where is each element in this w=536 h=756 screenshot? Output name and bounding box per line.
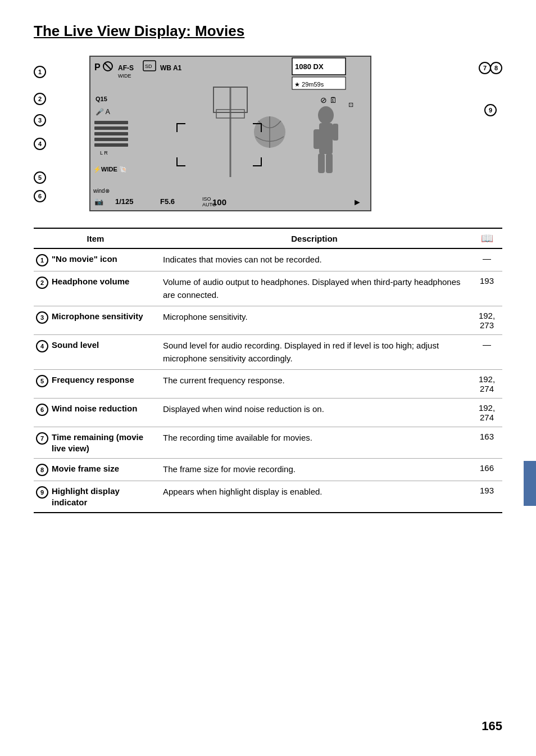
- svg-text:⊘ 🗓: ⊘ 🗓: [320, 96, 337, 105]
- svg-text:Q15: Q15: [96, 96, 107, 102]
- item-label: Wind noise reduction: [52, 403, 137, 414]
- callout-num-3: 3: [36, 311, 48, 324]
- ref-cell: 192,273: [471, 306, 502, 335]
- svg-text:WIDE: WIDE: [118, 73, 131, 79]
- svg-text:AF-S: AF-S: [118, 64, 134, 72]
- description-cell: Indicates that movies can not be recorde…: [157, 248, 471, 271]
- callout-6: 6: [34, 190, 46, 202]
- item-label: Movie frame size: [52, 463, 119, 474]
- camera-viewfinder: P AF-S WIDE SD WB A1 1080 DX ★ 29m59s ⊘ …: [73, 53, 388, 216]
- item-label: Time remaining (movie live view): [52, 432, 155, 454]
- item-cell: 5Frequency response: [34, 370, 157, 399]
- callout-5: 5: [34, 171, 46, 184]
- table-row: 5Frequency responseThe current frequency…: [34, 370, 502, 399]
- item-label: Frequency response: [52, 374, 134, 386]
- description-cell: The current frequency response.: [157, 370, 471, 399]
- svg-text:P: P: [94, 62, 101, 72]
- item-label: Headphone volume: [52, 276, 129, 287]
- table-row: 2Headphone volumeVolume of audio output …: [34, 271, 502, 306]
- svg-text:1080 DX: 1080 DX: [295, 62, 324, 71]
- header-description: Description: [157, 228, 471, 248]
- table-row: 7Time remaining (movie live view)The rec…: [34, 427, 502, 459]
- svg-rect-33: [318, 153, 325, 173]
- svg-point-29: [318, 106, 334, 124]
- svg-text:★ 29m59s: ★ 29m59s: [294, 81, 324, 88]
- callout-7: 7: [479, 62, 491, 74]
- ref-cell: 166: [471, 459, 502, 481]
- item-cell: 7Time remaining (movie live view): [34, 427, 157, 459]
- callout-9: 9: [484, 104, 497, 116]
- svg-text:ISO: ISO: [202, 196, 211, 202]
- header-item: Item: [34, 228, 157, 248]
- viewfinder-svg: P AF-S WIDE SD WB A1 1080 DX ★ 29m59s ⊘ …: [73, 53, 388, 216]
- svg-text:WB A1: WB A1: [160, 64, 182, 72]
- svg-rect-19: [94, 138, 128, 141]
- ref-cell: 192,274: [471, 399, 502, 427]
- svg-rect-20: [94, 143, 128, 147]
- svg-rect-32: [333, 124, 338, 141]
- reference-table: Item Description 📖 1"No movie" iconIndic…: [34, 228, 502, 513]
- item-cell: 2Headphone volume: [34, 271, 157, 306]
- description-cell: Sound level for audio recording. Display…: [157, 335, 471, 370]
- svg-text:📷: 📷: [94, 197, 104, 206]
- ref-cell: 193: [471, 481, 502, 513]
- svg-rect-16: [94, 121, 128, 124]
- callout-num-7: 7: [36, 432, 48, 445]
- callout-num-1: 1: [36, 254, 48, 266]
- ref-cell: —: [471, 335, 502, 370]
- callout-8: 8: [490, 62, 502, 74]
- item-label: "No movie" icon: [52, 253, 117, 265]
- table-row: 8Movie frame sizeThe frame size for movi…: [34, 459, 502, 481]
- item-label: Microphone sensitivity: [52, 311, 143, 322]
- item-cell: 4Sound level: [34, 335, 157, 370]
- description-cell: Appears when highlight display is enable…: [157, 481, 471, 513]
- callout-2: 2: [34, 93, 46, 105]
- callout-4: 4: [34, 138, 46, 150]
- ref-cell: 163: [471, 427, 502, 459]
- description-cell: The recording time available for movies.: [157, 427, 471, 459]
- callout-3: 3: [34, 114, 46, 126]
- item-label: Highlight display indicator: [52, 486, 155, 508]
- page-title: The Live View Display: Movies: [34, 22, 502, 40]
- svg-text:100: 100: [212, 197, 226, 207]
- callout-num-6: 6: [36, 404, 48, 416]
- table-row: 4Sound levelSound level for audio record…: [34, 335, 502, 370]
- item-cell: 8Movie frame size: [34, 459, 157, 481]
- item-cell: 6Wind noise reduction: [34, 399, 157, 427]
- svg-text:1/125: 1/125: [115, 197, 134, 206]
- svg-text:►: ►: [353, 197, 362, 207]
- svg-rect-30: [319, 123, 333, 154]
- svg-text:⊡: ⊡: [348, 101, 353, 108]
- svg-text:⚡WIDE 🐚: ⚡WIDE 🐚: [93, 165, 127, 173]
- page-number: 165: [482, 719, 502, 734]
- ref-cell: 193: [471, 271, 502, 306]
- item-cell: 1"No movie" icon: [34, 248, 157, 271]
- callout-num-9: 9: [36, 486, 48, 499]
- book-icon: 📖: [481, 233, 493, 244]
- item-cell: 3Microphone sensitivity: [34, 306, 157, 335]
- callout-1: 1: [34, 66, 46, 78]
- svg-rect-17: [94, 126, 128, 130]
- svg-rect-31: [314, 129, 320, 149]
- description-cell: Volume of audio output to headphones. Di…: [157, 271, 471, 306]
- callout-num-2: 2: [36, 277, 48, 289]
- callout-num-8: 8: [36, 464, 48, 476]
- table-row: 1"No movie" iconIndicates that movies ca…: [34, 248, 502, 271]
- description-cell: Displayed when wind noise reduction is o…: [157, 399, 471, 427]
- ref-cell: —: [471, 248, 502, 271]
- svg-text:F5.6: F5.6: [160, 197, 175, 206]
- svg-text:🎤 A: 🎤 A: [96, 107, 110, 116]
- svg-text:wind⊗: wind⊗: [93, 188, 110, 194]
- header-ref: 📖: [471, 228, 502, 248]
- svg-text:SD: SD: [145, 64, 152, 69]
- table-row: 3Microphone sensitivityMicrophone sensit…: [34, 306, 502, 335]
- callout-num-5: 5: [36, 375, 48, 387]
- callout-num-4: 4: [36, 340, 48, 352]
- svg-text:L R: L R: [100, 150, 108, 156]
- description-cell: Microphone sensitivity.: [157, 306, 471, 335]
- svg-rect-34: [326, 153, 333, 173]
- description-cell: The frame size for movie recording.: [157, 459, 471, 481]
- ref-cell: 192,274: [471, 370, 502, 399]
- table-row: 9Highlight display indicatorAppears when…: [34, 481, 502, 513]
- svg-rect-18: [94, 132, 128, 135]
